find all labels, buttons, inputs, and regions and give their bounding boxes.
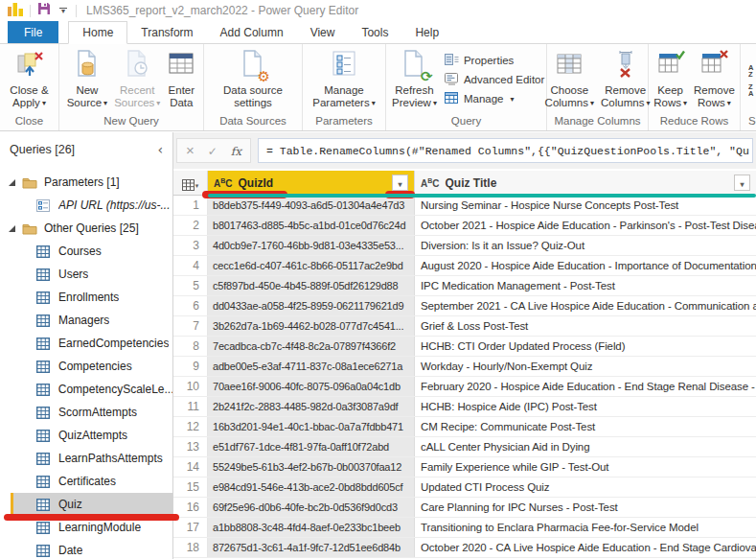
data-source-settings-icon <box>239 49 267 82</box>
query-item[interactable]: Managers <box>0 309 172 332</box>
query-item[interactable]: Date <box>0 539 172 559</box>
data-source-settings-button[interactable]: Data sourcesettings <box>220 47 286 114</box>
cell-quiz-title[interactable]: CM Recipe: Communicate Post-Test <box>415 417 756 436</box>
cell-quizid[interactable]: e51df767-1dce-4f81-97fa-0aff10f72abd <box>208 437 415 456</box>
query-item[interactable]: CompetencyScaleLe... <box>0 378 172 401</box>
cell-quizid[interactable]: b8deb375-f449-4093-a6d5-01304a4e47d3 <box>208 196 415 215</box>
query-item[interactable]: Quiz <box>0 493 172 516</box>
cell-quizid[interactable]: 4d0cb9e7-1760-46bb-9d81-03e4335e53... <box>208 236 415 255</box>
cell-quiz-title[interactable]: Transitioning to Enclara Pharmacia Fee-f… <box>415 518 756 537</box>
cell-quizid[interactable]: adbe00e5-e3af-4711-837c-08a1ece6271a <box>208 357 415 376</box>
cell-quiz-title[interactable]: September 2021 - CA Live Hospice Aide Ed… <box>415 296 756 315</box>
collapse-pane-icon[interactable]: ‹ <box>157 142 163 157</box>
cell-quizid[interactable]: 55249be5-61b3-4ef2-b67b-0b00370faa12 <box>208 457 415 477</box>
cell-quiz-title[interactable]: October 2021 - Hospice Aide Education - … <box>415 216 756 235</box>
choose-columns-button[interactable]: ChooseColumns <box>542 47 597 114</box>
sort-descending-button[interactable]: ZA ↓ <box>748 83 756 97</box>
column-header-quiz-title[interactable]: Quiz Title <box>415 171 756 196</box>
fx-icon[interactable] <box>231 142 241 159</box>
cell-quiz-title[interactable]: Diversion: Is it an Issue? Quiz-Out <box>415 236 756 255</box>
quick-access-dropdown-icon[interactable] <box>57 8 69 14</box>
tab-help[interactable]: Help <box>401 21 452 43</box>
cell-quiz-title[interactable]: Nursing Seminar - Hospice Nurse Concepts… <box>415 196 756 215</box>
cell-quiz-title[interactable]: HCHB: CTI Order Updated Process (Field) <box>415 337 756 356</box>
filter-dropdown-quiz-title[interactable] <box>734 175 750 191</box>
cell-quizid[interactable]: e984cd91-546e-413b-ace2-0bd8bdd605cf <box>208 477 415 497</box>
table-row: 10 70aee16f-9006-40fc-8075-096a0a04c1db … <box>173 377 756 397</box>
advanced-editor-button[interactable]: Advanced Editor <box>445 72 544 87</box>
formula-actions <box>176 138 251 163</box>
dropdown-caret-icon <box>40 97 46 108</box>
manage-parameters-button[interactable]: ManageParameters <box>309 47 378 114</box>
cell-quiz-title[interactable]: IPC Medication Management - Post-Test <box>415 276 756 295</box>
close-apply-icon <box>15 49 44 82</box>
cell-quizid[interactable]: a1bb8808-3c48-4fd4-8aef-0e233bc1beeb <box>208 518 415 537</box>
cell-quiz-title[interactable]: HCHB: Hospice Aide (IPC) Post-Test <box>415 397 756 416</box>
recent-sources-button[interactable]: RecentSources <box>111 47 163 114</box>
query-item[interactable]: Competencies <box>0 355 172 378</box>
cell-quizid[interactable]: 70aee16f-9006-40fc-8075-096a0a04c1db <box>208 377 415 396</box>
ribbon-group-new-query: NewSource RecentSources EnterData New Qu… <box>59 44 204 130</box>
formula-input[interactable]: = Table.RenameColumns(#"Renamed Columns"… <box>258 138 753 163</box>
cell-quiz-title[interactable]: Grief & Loss Post-Test <box>415 316 756 336</box>
query-item[interactable]: QuizAttempts <box>0 424 172 447</box>
keep-rows-button[interactable]: KeepRows <box>651 47 690 114</box>
tab-view[interactable]: View <box>297 21 349 43</box>
tab-add-column[interactable]: Add Column <box>207 21 297 43</box>
query-item[interactable]: Other Queries [25] <box>0 217 172 240</box>
cell-quiz-title[interactable]: August 2020 - Hospice Aide Education - I… <box>415 256 756 275</box>
cell-quiz-title[interactable]: cALL Center Physician Aid in Dying <box>415 437 756 456</box>
cell-quiz-title[interactable]: Updated CTI Process Quiz <box>415 477 756 497</box>
manage-button[interactable]: Manage <box>445 91 544 106</box>
title-bar: LMS365_report_v2_march2022 - Power Query… <box>0 0 756 21</box>
ribbon-group-label: Data Sources <box>204 114 302 130</box>
tab-tools[interactable]: Tools <box>348 21 401 43</box>
parameter-icon <box>36 198 53 212</box>
new-source-button[interactable]: NewSource <box>64 47 110 114</box>
enter-data-button[interactable]: EnterData <box>164 47 198 114</box>
tab-home[interactable]: Home <box>68 21 127 44</box>
refresh-preview-icon <box>400 49 428 82</box>
cell-quiz-title[interactable]: Workday - Hourly/Non-Exempt Quiz <box>415 357 756 376</box>
commit-formula-icon[interactable] <box>208 142 218 159</box>
query-item[interactable]: Courses <box>0 240 172 263</box>
expand-icon[interactable] <box>9 225 15 232</box>
cell-quizid[interactable]: cecc1e6d-c407-461c-8b66-05117ac2e9bd <box>208 256 415 275</box>
cell-quizid[interactable]: dd0433ae-a058-4f25-8959-0621179621d9 <box>208 296 415 315</box>
remove-rows-button[interactable]: RemoveRows <box>691 47 738 114</box>
cell-quizid[interactable]: 16b3d201-94e1-40c1-bbac-0a7a7fdbb471 <box>208 417 415 436</box>
new-source-icon <box>73 49 102 82</box>
cell-quizid[interactable]: 7ecadbca-cb7c-4f48-8c2a-07897f4366f2 <box>208 337 415 356</box>
query-item[interactable]: ScormAttempts <box>0 401 172 424</box>
query-item[interactable]: LearnPathsAttempts <box>0 447 172 470</box>
query-item[interactable]: API URL (https://us-... <box>0 194 172 217</box>
cell-quiz-title[interactable]: October 2020 - CA Live Hospice Aide Educ… <box>415 538 756 557</box>
query-item[interactable]: Parameters [1] <box>0 171 172 194</box>
tab-file[interactable]: File <box>8 21 58 43</box>
refresh-preview-button[interactable]: RefreshPreview <box>389 47 440 114</box>
tab-transform[interactable]: Transform <box>127 21 206 43</box>
cell-quiz-title[interactable]: Family Experience while GIP - Test-Out <box>415 457 756 477</box>
expand-icon[interactable] <box>9 179 15 186</box>
query-item[interactable]: Enrollments <box>0 286 172 309</box>
query-item[interactable]: Certificates <box>0 470 172 493</box>
cell-quizid[interactable]: c5f897bd-450e-4b45-889f-05df26129d88 <box>208 276 415 295</box>
cell-quizid[interactable]: 3b262d7a-1b69-4462-b028-077d7c4541... <box>208 316 415 336</box>
save-icon[interactable] <box>37 2 51 19</box>
filter-dropdown-quizid[interactable] <box>392 175 408 191</box>
cell-quiz-title[interactable]: February 2020 - Hospice Aide Education -… <box>415 377 756 396</box>
close-apply-button[interactable]: Close &Apply <box>7 47 51 114</box>
cell-quizid[interactable]: 872675d1-3c61-4a1f-9fc7-12d51ee6d84b <box>208 538 415 557</box>
cell-quiz-title[interactable]: Care Planning for IPC Nurses - Post-Test <box>415 498 756 517</box>
cancel-formula-icon[interactable] <box>186 142 195 159</box>
ribbon-group-label: Manage Columns <box>547 114 648 130</box>
cell-quizid[interactable]: 69f25e96-d0b6-40fe-bc2b-0d536f9d0cd3 <box>208 498 415 517</box>
sort-ascending-button[interactable]: AZ ↓ <box>748 64 756 78</box>
row-number: 3 <box>173 236 208 255</box>
properties-button[interactable]: Properties <box>445 53 544 68</box>
cell-quizid[interactable]: 2b241f2c-2883-4485-982d-0a3f3087a9df <box>208 397 415 416</box>
cell-quizid[interactable]: b8017463-d885-4b5c-a1bd-01ce0d76c24d <box>208 216 415 235</box>
remove-columns-button[interactable]: RemoveColumns <box>598 47 653 114</box>
query-item[interactable]: Users <box>0 263 172 286</box>
query-item[interactable]: EarnedCompetencies <box>0 332 172 355</box>
